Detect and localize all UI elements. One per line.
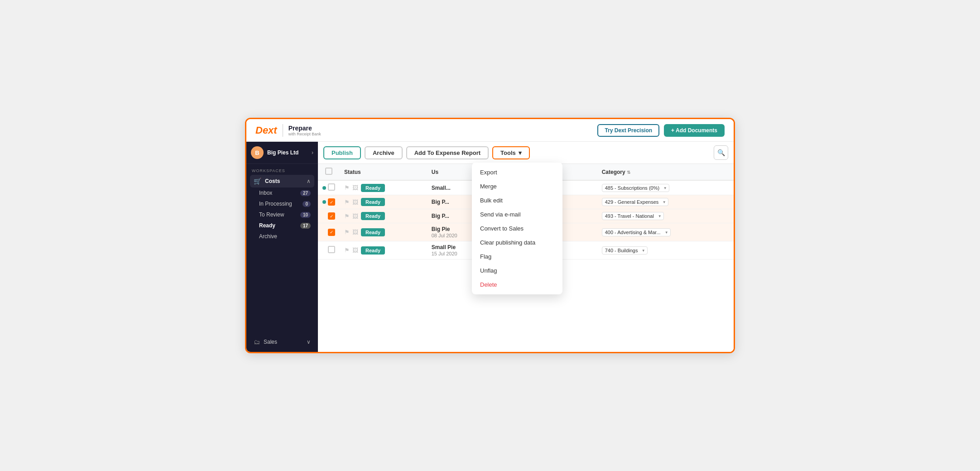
category-wrapper[interactable]: 400 - Advertising & Mar... [602, 228, 671, 236]
image-icon[interactable]: 🖼 [352, 247, 358, 254]
row-checkbox[interactable] [328, 246, 335, 255]
sidebar-item-in-processing[interactable]: In Processing 0 [255, 198, 314, 209]
flag-icon[interactable]: ⚑ [344, 229, 350, 236]
top-bar: Dext Prepare with Receipt Bank Try Dext … [246, 119, 734, 142]
row-category-cell: 485 - Subscriptions (0%) [597, 180, 734, 195]
sidebar-client[interactable]: B Big Pies Ltd › [246, 142, 318, 164]
app-title-area: Prepare with Receipt Bank [288, 125, 321, 136]
app-subtitle: with Receipt Bank [288, 132, 321, 136]
row-select-cell: ✓ [318, 209, 340, 223]
ready-badge: 17 [300, 223, 311, 229]
dropdown-item-convert-sales[interactable]: Convert to Sales [472, 221, 562, 236]
image-icon[interactable]: 🖼 [352, 229, 358, 236]
workspaces-label: WORKSPACES [246, 164, 318, 175]
row-icons-cell: ⚑ 🖼 Ready [340, 195, 427, 209]
flag-icon[interactable]: ⚑ [344, 213, 350, 220]
dropdown-item-bulk-edit[interactable]: Bulk edit [472, 193, 562, 207]
row-icons-cell: ⚑ 🖼 Ready [340, 241, 427, 260]
flag-icon[interactable]: ⚑ [344, 184, 350, 191]
sidebar-item-sales[interactable]: 🗂 Sales ∨ [250, 336, 314, 348]
inbox-label: Inbox [259, 190, 272, 196]
header-category[interactable]: Category ⇅ [597, 164, 734, 180]
status-badge: Ready [361, 246, 385, 255]
dext-logo: Dext [255, 125, 277, 136]
flag-icon[interactable]: ⚑ [344, 199, 350, 206]
app-container: Dext Prepare with Receipt Bank Try Dext … [245, 118, 735, 353]
dropdown-item-export[interactable]: Export [472, 165, 562, 179]
status-dot [322, 186, 326, 190]
to-review-badge: 10 [300, 212, 311, 218]
row-checkbox[interactable] [328, 183, 335, 192]
publish-button[interactable]: Publish [323, 146, 361, 159]
row-select-cell [318, 180, 340, 195]
category-wrapper[interactable]: 429 - General Expenses [602, 198, 668, 206]
dropdown-item-clear-publishing[interactable]: Clear publishing data [472, 236, 562, 250]
dropdown-item-send-email[interactable]: Send via e-mail [472, 207, 562, 221]
dropdown-item-delete[interactable]: Delete [472, 278, 562, 292]
sidebar-bottom: 🗂 Sales ∨ [246, 332, 318, 352]
category-wrapper[interactable]: 493 - Travel - National [602, 212, 664, 220]
category-select[interactable]: 740 - Buildings [602, 246, 648, 255]
logo-area: Dext Prepare with Receipt Bank [255, 124, 321, 137]
try-precision-button[interactable]: Try Dext Precision [597, 124, 659, 137]
dropdown-item-flag[interactable]: Flag [472, 250, 562, 264]
image-icon[interactable]: 🖼 [352, 213, 358, 220]
status-badge: Ready [361, 212, 385, 220]
status-badge: Ready [361, 184, 385, 192]
costs-group: 🛒 Costs ∧ Inbox 27 In Processing 0 To Re… [246, 175, 318, 242]
sidebar-item-inbox[interactable]: Inbox 27 [255, 187, 314, 198]
ready-label: Ready [259, 222, 275, 229]
costs-sub-items: Inbox 27 In Processing 0 To Review 10 Re… [250, 187, 314, 242]
client-avatar: B [251, 146, 264, 159]
expense-report-button[interactable]: Add To Expense Report [406, 146, 489, 159]
costs-icon: 🛒 [254, 178, 261, 185]
tools-dropdown-menu: Export Merge Bulk edit Send via e-mail C… [472, 163, 562, 294]
main-layout: B Big Pies Ltd › WORKSPACES 🛒 Costs ∧ In… [246, 142, 734, 352]
category-select[interactable]: 400 - Advertising & Mar... [602, 228, 671, 236]
category-select[interactable]: 485 - Subscriptions (0%) [602, 184, 669, 192]
flag-icon[interactable]: ⚑ [344, 247, 350, 254]
select-all-checkbox[interactable] [325, 168, 332, 175]
costs-chevron-icon: ∧ [307, 178, 311, 184]
sidebar-item-archive[interactable]: Archive [255, 231, 314, 242]
row-checkbox[interactable]: ✓ [328, 198, 335, 206]
client-name: Big Pies Ltd [267, 149, 308, 156]
row-checkbox[interactable]: ✓ [328, 229, 335, 236]
row-select-cell [318, 241, 340, 260]
category-select[interactable]: 493 - Travel - National [602, 212, 664, 220]
app-title: Prepare [288, 125, 321, 132]
category-sort-icon: ⇅ [627, 170, 630, 175]
search-icon: 🔍 [717, 149, 725, 156]
archive-label: Archive [259, 233, 277, 240]
image-icon[interactable]: 🖼 [352, 199, 358, 206]
header-select [318, 164, 340, 180]
category-select[interactable]: 429 - General Expenses [602, 198, 668, 206]
image-icon[interactable]: 🖼 [352, 184, 358, 191]
row-select-cell: ✓ [318, 223, 340, 241]
dropdown-item-merge[interactable]: Merge [472, 179, 562, 193]
status-dot [322, 200, 326, 204]
sidebar-item-costs[interactable]: 🛒 Costs ∧ [250, 175, 314, 187]
row-select-cell: ✓ [318, 195, 340, 209]
row-category-cell: 493 - Travel - National [597, 209, 734, 223]
sales-icon: 🗂 [254, 338, 260, 346]
row-category-cell: 429 - General Expenses [597, 195, 734, 209]
sidebar: B Big Pies Ltd › WORKSPACES 🛒 Costs ∧ In… [246, 142, 318, 352]
sidebar-item-ready[interactable]: Ready 17 [255, 220, 314, 231]
category-wrapper[interactable]: 485 - Subscriptions (0%) [602, 184, 669, 192]
add-documents-button[interactable]: + Add Documents [664, 124, 725, 137]
row-checkbox[interactable]: ✓ [328, 212, 335, 220]
client-chevron-icon: › [312, 149, 313, 156]
row-icons-cell: ⚑ 🖼 Ready [340, 180, 427, 195]
search-button[interactable]: 🔍 [714, 145, 728, 160]
row-category-cell: 740 - Buildings [597, 241, 734, 260]
category-wrapper[interactable]: 740 - Buildings [602, 246, 648, 255]
sidebar-item-to-review[interactable]: To Review 10 [255, 209, 314, 220]
archive-button[interactable]: Archive [365, 146, 403, 159]
toolbar: Publish Archive Add To Expense Report To… [318, 142, 734, 164]
dropdown-item-unflag[interactable]: Unflag [472, 264, 562, 278]
tools-button[interactable]: Tools ▾ [492, 146, 530, 159]
row-icons-cell: ⚑ 🖼 Ready [340, 209, 427, 223]
costs-label: Costs [265, 178, 303, 184]
sales-chevron-icon: ∨ [307, 339, 311, 345]
